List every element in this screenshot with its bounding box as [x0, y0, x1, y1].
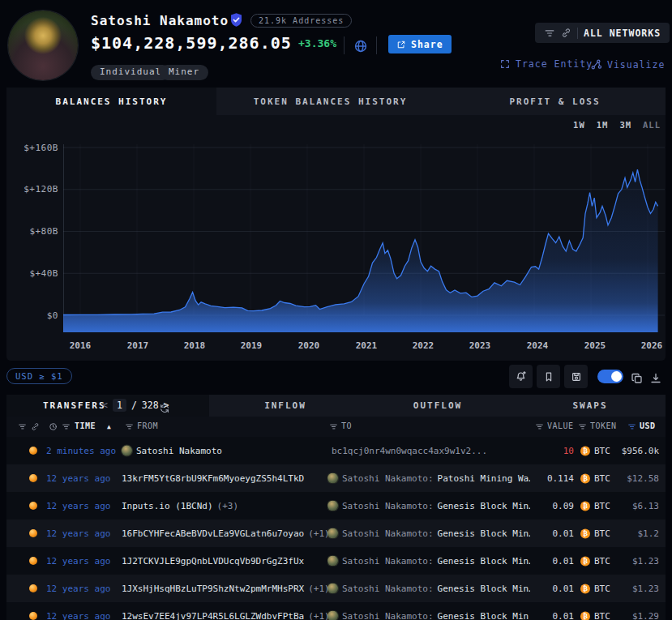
networks-selector[interactable]: ALL NETWORKS [535, 23, 670, 43]
filter-icon[interactable] [18, 421, 27, 431]
globe-icon[interactable] [353, 37, 368, 53]
col-to[interactable]: TO [341, 421, 352, 430]
transfer-from[interactable]: 1J2TCKVJLE9gpQnbLVDUcqVb9DrGgZ3fUx [122, 556, 308, 567]
usd-filter-pill[interactable]: USD ≥ $1 [6, 368, 72, 384]
bell-plus-icon [515, 370, 527, 383]
transfer-value: 0.114 [493, 473, 574, 484]
col-from[interactable]: FROM [137, 421, 158, 430]
from-label: Satoshi Nakamoto [136, 446, 222, 456]
download-button[interactable] [649, 370, 662, 385]
balance-history-chart[interactable] [63, 138, 665, 332]
col-usd[interactable]: USD [640, 421, 656, 430]
range-all[interactable]: ALL [643, 120, 661, 130]
clock-icon[interactable] [49, 421, 58, 431]
transfer-from[interactable]: 12wsEv7EE4jv97LP4R5L6LGLZWdbvFPtBa (+1) [122, 611, 330, 620]
transfer-row[interactable]: 12 years ago 12wsEv7EE4jv97LP4R5L6LGLZWd… [6, 602, 666, 620]
entity-avatar-small [327, 473, 338, 484]
bookmark-button[interactable] [537, 365, 560, 388]
entity-avatar-small [327, 501, 338, 511]
tab-token-balances-history[interactable]: TOKEN BALANCES HISTORY [216, 88, 444, 115]
refresh-icon [159, 403, 170, 414]
transfer-to[interactable]: bc1qcj0nr4wn0wqacc4ax9w1v2... [327, 446, 487, 456]
link-icon[interactable] [31, 421, 40, 431]
range-1w[interactable]: 1W [573, 120, 585, 130]
addresses-count-badge[interactable]: 21.9k Addresses [250, 14, 352, 28]
bitcoin-chain-icon [29, 474, 37, 482]
save-button[interactable] [564, 365, 588, 388]
current-page: 1 [113, 399, 126, 412]
transfer-row[interactable]: 12 years ago 13krFM5YtG8rbU9KFm6MyoeygZS… [6, 464, 666, 492]
tab-inflow[interactable]: INFLOW [209, 395, 362, 417]
col-time[interactable]: TIME [75, 421, 96, 430]
sort-asc-icon[interactable]: ▲ [107, 423, 111, 430]
transfer-from[interactable]: 1JXsHjHsqHBzLuTP9ShzNtw2pmMrMHsPRX (+1) [122, 584, 330, 594]
tab-profit-and-loss[interactable]: PROFIT & LOSS [444, 88, 666, 115]
transfer-time-link[interactable]: 12 years ago [46, 473, 110, 484]
share-label: Share [411, 39, 443, 50]
trace-entity-button[interactable]: Trace Entity [499, 58, 593, 70]
visualize-button[interactable]: Visualize [590, 58, 665, 71]
filter-icon[interactable] [62, 421, 71, 431]
to-entity-prefix: Satoshi Nakamoto: [342, 501, 434, 511]
transfer-row[interactable]: 12 years ago 16FbCYHFecABeBVDvLEa9VGLatn… [6, 520, 666, 547]
col-value[interactable]: VALUE [547, 421, 574, 430]
refresh-button[interactable] [159, 400, 170, 415]
x-tick: 2021 [356, 340, 378, 351]
transfer-row[interactable]: 12 years ago 1JXsHjHsqHBzLuTP9ShzNtw2pmM… [6, 575, 666, 602]
balances-chart-panel: 1W 1M 3M ALL $+160B $+120B $+80B $+40B $… [6, 115, 666, 361]
transfer-time-link[interactable]: 2 minutes ago [46, 446, 116, 456]
transfer-value: 10 [493, 446, 574, 456]
tag-individual[interactable]: Individual [91, 65, 170, 80]
entity-avatar [8, 11, 78, 80]
save-icon [571, 371, 582, 383]
tag-miner[interactable]: Miner [160, 65, 208, 80]
balance-change: +3.36% [298, 37, 336, 49]
history-tabs: BALANCES HISTORY TOKEN BALANCES HISTORY … [6, 88, 666, 115]
from-label: 12wsEv7EE4jv97LP4R5L6LGLZWdbvFPtBa [122, 611, 304, 620]
transfer-from[interactable]: 16FbCYHFecABeBVDvLEa9VGLatn6u7oyao (+1) [122, 528, 330, 539]
balance-value: $104,228,599,286.05 [91, 33, 292, 53]
chart-display-toggle[interactable] [597, 370, 623, 383]
transfer-time-link[interactable]: 12 years ago [46, 584, 110, 594]
transfer-time-link[interactable]: 12 years ago [46, 528, 110, 539]
filter-icon[interactable] [329, 421, 338, 431]
prev-page-button[interactable]: < [102, 400, 108, 411]
alert-button[interactable] [509, 365, 533, 388]
to-label: bc1qcj0nr4wn0wqacc4ax9w1v2... [332, 446, 487, 456]
range-3m[interactable]: 3M [619, 120, 631, 130]
range-1m[interactable]: 1M [597, 120, 609, 130]
copy-button[interactable] [631, 370, 644, 385]
transfers-title[interactable]: TRANSFERS [43, 400, 106, 411]
from-address-count: (+3) [217, 501, 239, 511]
transfer-value: 0.01 [493, 528, 574, 539]
col-token[interactable]: TOKEN [590, 421, 617, 430]
tab-balances-history[interactable]: BALANCES HISTORY [6, 88, 216, 115]
filter-icon[interactable] [535, 421, 544, 431]
transfer-from[interactable]: 13krFM5YtG8rbU9KFm6MyoeygZS5h4LTkD [122, 473, 308, 484]
transfer-from[interactable]: Inputs.io (1BCNd) (+3) [122, 501, 238, 511]
time-range-selector: 1W 1M 3M ALL [573, 120, 661, 130]
y-tick-40b: $+40B [6, 268, 58, 279]
filter-icon[interactable] [578, 421, 587, 431]
tab-outflow[interactable]: OUTFLOW [362, 395, 514, 417]
transfer-row[interactable]: 12 years ago Inputs.io (1BCNd) (+3) Sato… [6, 492, 666, 520]
x-tick: 2019 [241, 340, 263, 351]
x-tick: 2020 [298, 340, 320, 351]
transfer-row[interactable]: 12 years ago 1J2TCKVJLE9gpQnbLVDUcqVb9Dr… [6, 547, 666, 575]
filter-icon[interactable] [125, 421, 134, 431]
transfer-time-link[interactable]: 12 years ago [46, 611, 110, 620]
transfer-value: 0.09 [493, 501, 574, 511]
page-separator: / [131, 400, 137, 411]
transfer-time-link[interactable]: 12 years ago [46, 501, 110, 511]
share-button[interactable]: Share [388, 35, 452, 53]
tab-swaps[interactable]: SWAPS [514, 395, 666, 417]
transfer-time-link[interactable]: 12 years ago [46, 556, 110, 567]
y-tick-80b: $+80B [6, 226, 58, 237]
transfer-from[interactable]: Satoshi Nakamoto [122, 446, 226, 456]
transfer-usd: $1.23 [584, 584, 659, 594]
trace-icon [499, 58, 511, 70]
from-label: 16FbCYHFecABeBVDvLEa9VGLatn6u7oyao [122, 528, 304, 539]
transfer-row[interactable]: 2 minutes ago Satoshi Nakamoto bc1qcj0nr… [6, 437, 666, 464]
filter-icon-active[interactable] [627, 421, 636, 431]
entity-avatar-small [327, 556, 338, 567]
